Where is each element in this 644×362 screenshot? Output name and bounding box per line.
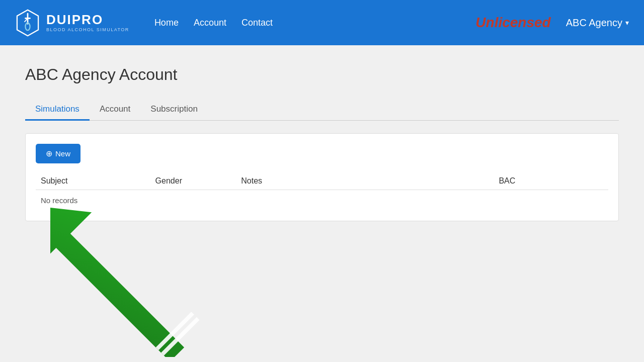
col-bac: BAC [494,172,608,190]
table-header: Subject Gender Notes BAC [36,172,608,190]
table-header-row: Subject Gender Notes BAC [36,172,608,190]
svg-rect-5 [161,317,199,355]
logo-subtitle: BLOOD ALCOHOL SIMULATOR [46,27,129,32]
plus-icon: ⊕ [46,149,52,158]
navbar-left: DUIPRO BLOOD ALCOHOL SIMULATOR Home Acco… [15,9,273,37]
new-button[interactable]: ⊕ New [36,144,80,163]
col-subject: Subject [36,172,150,190]
page-title: ABC Agency Account [25,65,619,84]
tab-account[interactable]: Account [90,99,140,121]
logo-area: DUIPRO BLOOD ALCOHOL SIMULATOR [15,9,129,37]
tab-simulations[interactable]: Simulations [25,99,90,121]
table-empty-row: No records [36,190,608,211]
dropdown-arrow-icon: ▾ [625,19,629,27]
col-gender: Gender [150,172,236,190]
agency-dropdown[interactable]: ABC Agency ▾ [566,17,629,29]
agency-name: ABC Agency [566,17,622,29]
new-button-label: New [55,149,70,158]
nav-home-link[interactable]: Home [154,18,179,28]
tab-subscription[interactable]: Subscription [140,99,208,121]
nav-account-link[interactable]: Account [194,18,226,28]
unlicensed-badge: Unlicensed [475,15,550,31]
table-panel: ⊕ New Subject Gender Notes BAC No record… [25,133,619,221]
logo-text-area: DUIPRO BLOOD ALCOHOL SIMULATOR [46,13,129,32]
navbar: DUIPRO BLOOD ALCOHOL SIMULATOR Home Acco… [0,0,644,45]
main-content: ABC Agency Account Simulations Account S… [0,45,644,241]
logo-title: DUIPRO [46,13,129,26]
col-notes: Notes [236,172,494,190]
simulations-table: Subject Gender Notes BAC No records [36,172,608,211]
logo-icon [15,9,40,37]
nav-contact-link[interactable]: Contact [242,18,273,28]
svg-rect-4 [155,312,194,350]
table-body: No records [36,190,608,211]
empty-message: No records [36,190,150,211]
tabs-container: Simulations Account Subscription [25,99,619,121]
nav-links: Home Account Contact [154,18,273,28]
navbar-right: Unlicensed ABC Agency ▾ [475,15,629,31]
